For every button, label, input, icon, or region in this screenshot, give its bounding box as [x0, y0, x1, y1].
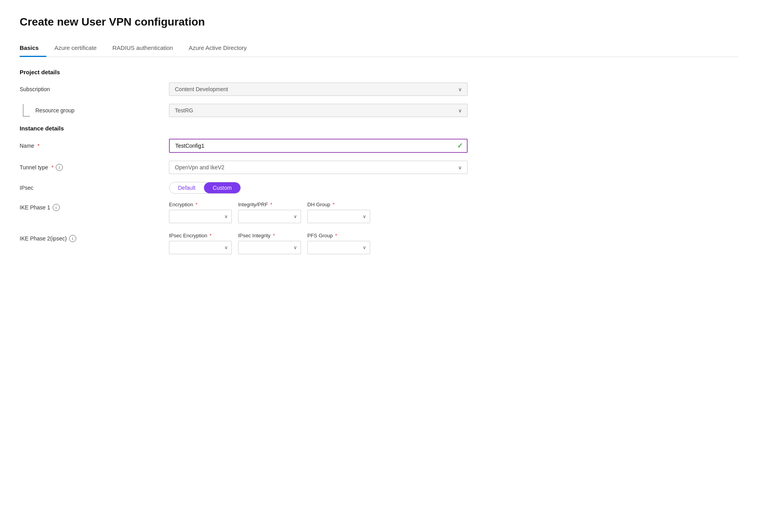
tunnel-type-label-col: Tunnel type * i [20, 164, 169, 171]
ike-phase1-encryption-dropdown[interactable] [169, 210, 232, 223]
ike-phase2-label: IKE Phase 2(ipsec) [20, 235, 67, 242]
name-row: Name * ✓ [20, 139, 738, 153]
ike-phase2-integrity-required: * [273, 233, 275, 238]
ike-phase1-encryption-label: Encryption [169, 202, 193, 207]
ike-phase2-encryption-label: IPsec Encryption [169, 233, 207, 238]
ike-phase2-integrity-dropdown[interactable] [238, 241, 301, 254]
ike-phase1-dh-label: DH Group [307, 202, 330, 207]
tunnel-type-required-marker: * [51, 164, 53, 171]
name-label-col: Name * [20, 143, 169, 149]
resource-group-label-col: Resource group [20, 104, 169, 117]
tunnel-type-input-col: ∨ [169, 161, 468, 174]
name-input[interactable] [169, 139, 468, 153]
ike-phase1-label: IKE Phase 1 [20, 204, 50, 211]
ike-phase1-encryption-label-row: Encryption * [169, 202, 232, 207]
ike-phase2-label-col: IKE Phase 2(ipsec) i [20, 233, 169, 242]
indent-line-icon [23, 104, 30, 117]
project-details-heading: Project details [20, 69, 738, 75]
ike-phase2-pfs-dropdown-wrapper: ∨ [307, 241, 370, 254]
page-title: Create new User VPN configuration [20, 16, 738, 28]
ike-phase2-encryption-required: * [210, 233, 212, 238]
ike-phase2-integrity-group: IPsec Integrity * ∨ [238, 233, 301, 254]
ike-phase2-encryption-group: IPsec Encryption * ∨ [169, 233, 232, 254]
resource-group-dropdown[interactable] [169, 104, 468, 117]
ike-phase1-info-icon[interactable]: i [53, 204, 60, 211]
ike-phase2-info-icon[interactable]: i [69, 235, 76, 242]
resource-group-input-col: ∨ [169, 104, 468, 117]
ike-phase2-dropdowns: IPsec Encryption * ∨ IPsec Integrity * ∨ [169, 233, 738, 254]
ike-phase2-pfs-label-row: PFS Group * [307, 233, 370, 238]
ike-phase2-encryption-dropdown[interactable] [169, 241, 232, 254]
tunnel-type-dropdown-wrapper: ∨ [169, 161, 468, 174]
name-required-marker: * [37, 143, 39, 149]
ike-phase1-dropdowns: Encryption * ∨ Integrity/PRF * ∨ [169, 202, 738, 223]
ike-phase1-encryption-group: Encryption * ∨ [169, 202, 232, 223]
ike-phase2-integrity-label-row: IPsec Integrity * [238, 233, 301, 238]
ipsec-default-button[interactable]: Default [169, 182, 204, 193]
ike-phase2-encryption-dropdown-wrapper: ∨ [169, 241, 232, 254]
ike-phase1-integrity-group: Integrity/PRF * ∨ [238, 202, 301, 223]
ike-phase1-dh-group: DH Group * ∨ [307, 202, 370, 223]
ipsec-custom-button[interactable]: Custom [204, 182, 240, 193]
tab-azure-certificate[interactable]: Azure certificate [54, 40, 105, 57]
resource-group-row: Resource group ∨ [20, 104, 738, 117]
ike-phase2-encryption-label-row: IPsec Encryption * [169, 233, 232, 238]
name-input-col: ✓ [169, 139, 468, 153]
ipsec-label: IPsec [20, 185, 33, 191]
subscription-dropdown[interactable] [169, 83, 468, 96]
ike-phase1-integrity-label-row: Integrity/PRF * [238, 202, 301, 207]
ike-phase1-integrity-dropdown-wrapper: ∨ [238, 210, 301, 223]
resource-group-dropdown-wrapper: ∨ [169, 104, 468, 117]
ike-phase1-dh-dropdown[interactable] [307, 210, 370, 223]
tunnel-type-dropdown[interactable] [169, 161, 468, 174]
ipsec-row: IPsec Default Custom [20, 182, 738, 194]
ike-phase1-dh-required: * [333, 202, 335, 207]
instance-details-section: Instance details Name * ✓ Tunnel type * … [20, 125, 738, 254]
tab-azure-active-directory[interactable]: Azure Active Directory [189, 40, 255, 57]
subscription-row: Subscription ∨ [20, 83, 738, 96]
tab-bar: Basics Azure certificate RADIUS authenti… [20, 40, 738, 57]
subscription-input-col: ∨ [169, 83, 468, 96]
ike-phase2-pfs-required: * [335, 233, 337, 238]
ike-phase1-encryption-dropdown-wrapper: ∨ [169, 210, 232, 223]
name-check-icon: ✓ [457, 141, 463, 150]
name-label: Name [20, 143, 34, 149]
ike-phase2-integrity-dropdown-wrapper: ∨ [238, 241, 301, 254]
resource-group-label: Resource group [35, 107, 75, 114]
ike-phase1-dh-dropdown-wrapper: ∨ [307, 210, 370, 223]
subscription-dropdown-wrapper: ∨ [169, 83, 468, 96]
ike-phase1-label-col: IKE Phase 1 i [20, 202, 169, 211]
ike-phase2-pfs-dropdown[interactable] [307, 241, 370, 254]
ipsec-toggle-group: Default Custom [169, 182, 241, 194]
ipsec-toggle-col: Default Custom [169, 182, 468, 194]
tab-basics[interactable]: Basics [20, 40, 46, 57]
ike-phase1-integrity-dropdown[interactable] [238, 210, 301, 223]
tunnel-type-row: Tunnel type * i ∨ [20, 161, 738, 174]
ike-phase2-row: IKE Phase 2(ipsec) i IPsec Encryption * … [20, 233, 738, 254]
ike-phase1-dh-label-row: DH Group * [307, 202, 370, 207]
instance-details-heading: Instance details [20, 125, 738, 132]
ike-phase1-row: IKE Phase 1 i Encryption * ∨ Integrity/P… [20, 202, 738, 223]
ike-phase2-pfs-label: PFS Group [307, 233, 333, 238]
name-input-wrapper: ✓ [169, 139, 468, 153]
ike-phase2-pfs-group: PFS Group * ∨ [307, 233, 370, 254]
tunnel-type-info-icon[interactable]: i [56, 164, 63, 171]
ike-phase1-integrity-label: Integrity/PRF [238, 202, 268, 207]
ike-phase1-integrity-required: * [270, 202, 272, 207]
tunnel-type-label: Tunnel type [20, 164, 48, 171]
ike-phase2-integrity-label: IPsec Integrity [238, 233, 270, 238]
tab-radius-authentication[interactable]: RADIUS authentication [112, 40, 181, 57]
ike-phase1-encryption-required: * [195, 202, 197, 207]
subscription-label: Subscription [20, 86, 169, 92]
ipsec-label-col: IPsec [20, 185, 169, 191]
